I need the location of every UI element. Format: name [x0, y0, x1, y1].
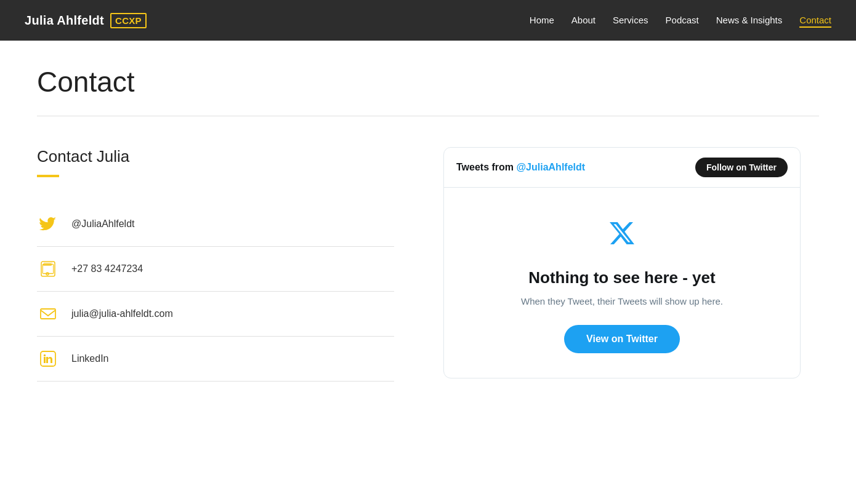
twitter-widget-header: Tweets from @JuliaAhlfeldt Follow on Twi…: [444, 148, 800, 188]
svg-rect-2: [44, 357, 46, 363]
nav-item-news[interactable]: News & Insights: [716, 15, 783, 26]
brand-name: Julia Ahlfeldt: [25, 14, 104, 28]
view-on-twitter-button[interactable]: View on Twitter: [564, 325, 680, 353]
contact-item-linkedin: LinkedIn: [37, 337, 394, 382]
email-address: julia@julia-ahlfeldt.com: [71, 308, 173, 319]
twitter-widget-handle: @JuliaAhlfeldt: [517, 162, 586, 172]
accent-line: [37, 175, 59, 177]
contact-items-list: @JuliaAhlfeldt +27 83 4247234: [37, 202, 394, 382]
contact-item-email: julia@julia-ahlfeldt.com: [37, 292, 394, 337]
nav-item-services[interactable]: Services: [613, 15, 648, 26]
nav-item-podcast[interactable]: Podcast: [666, 15, 699, 26]
linkedin-label: LinkedIn: [71, 353, 109, 364]
twitter-handle: @JuliaAhlfeldt: [71, 218, 135, 230]
contact-item-phone: +27 83 4247234: [37, 247, 394, 292]
email-icon: [37, 303, 59, 325]
twitter-x-logo-icon: [607, 218, 637, 250]
follow-on-twitter-button[interactable]: Follow on Twitter: [695, 158, 788, 177]
brand-logo[interactable]: Julia Ahlfeldt CCXP: [25, 13, 147, 28]
svg-point-3: [44, 354, 46, 356]
nav-item-home[interactable]: Home: [530, 15, 554, 26]
twitter-empty-title: Nothing to see here - yet: [528, 268, 715, 289]
nav-item-about[interactable]: About: [571, 15, 596, 26]
nav-links: Home About Services Podcast News & Insig…: [530, 15, 831, 26]
navigation: Julia Ahlfeldt CCXP Home About Services …: [0, 0, 856, 41]
linkedin-icon: [37, 348, 59, 370]
svg-rect-0: [41, 309, 55, 319]
contact-layout: Contact Julia @JuliaAhlfeldt: [37, 147, 819, 382]
phone-number: +27 83 4247234: [71, 263, 143, 274]
contact-left-column: Contact Julia @JuliaAhlfeldt: [37, 147, 394, 382]
nav-item-contact[interactable]: Contact: [799, 15, 831, 26]
contact-item-twitter: @JuliaAhlfeldt: [37, 202, 394, 247]
phone-icon: [37, 258, 59, 280]
twitter-widget-title: Tweets from @JuliaAhlfeldt: [456, 162, 585, 173]
twitter-widget-body: Nothing to see here - yet When they Twee…: [444, 188, 800, 378]
twitter-empty-subtitle: When they Tweet, their Tweets will show …: [521, 296, 723, 306]
twitter-widget: Tweets from @JuliaAhlfeldt Follow on Twi…: [443, 147, 801, 378]
ccxp-badge: CCXP: [110, 13, 147, 28]
page-divider: [37, 116, 819, 116]
contact-section-title: Contact Julia: [37, 147, 394, 166]
twitter-icon: [37, 213, 59, 235]
page-title: Contact: [37, 65, 819, 98]
page-content: Contact Contact Julia @JuliaAhlfeldt: [0, 41, 856, 418]
